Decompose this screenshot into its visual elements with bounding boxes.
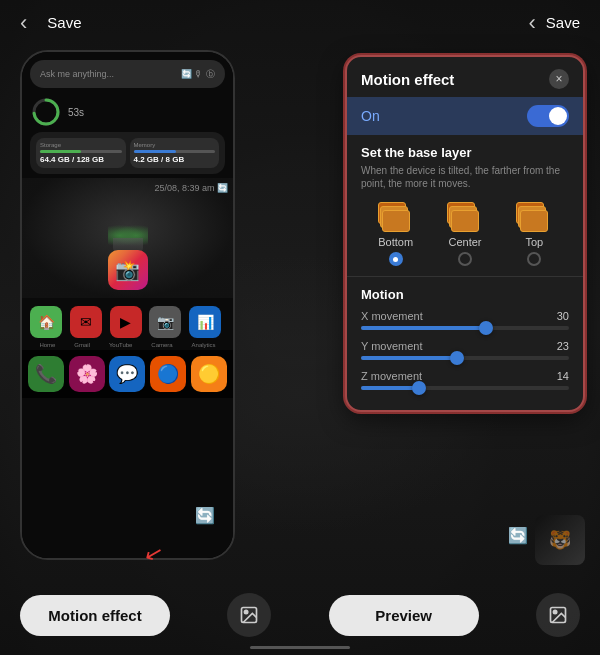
panel-header: Motion effect × — [347, 57, 583, 97]
motion-effect-button[interactable]: Motion effect — [20, 595, 170, 636]
x-slider-thumb[interactable] — [479, 321, 493, 335]
time-widget: 53s — [68, 107, 84, 118]
phone-bottom-bar: 📞 🌸 💬 🔵 🟡 — [22, 350, 233, 398]
app-icon-home: 🏠 — [30, 306, 62, 338]
toggle-row[interactable]: On — [347, 97, 583, 135]
bottom-bar: Motion effect Preview — [0, 575, 600, 655]
save-button-right[interactable]: Save — [546, 14, 580, 31]
motion-title: Motion — [361, 287, 569, 302]
app-label-4: Analytics — [192, 342, 216, 348]
search-text: Ask me anything... — [40, 69, 114, 79]
memory-widget: Memory 4.2 GB / 8 GB — [130, 138, 220, 168]
svg-point-5 — [554, 611, 557, 614]
memory-label: Memory — [134, 142, 216, 148]
circle-progress-svg — [30, 96, 62, 128]
x-axis-label: X movement — [361, 310, 423, 322]
layer-radio-bottom[interactable] — [389, 252, 403, 266]
y-axis-value: 23 — [557, 340, 569, 352]
layer-option-top[interactable]: Top — [516, 200, 552, 266]
layer-radio-top[interactable] — [527, 252, 541, 266]
phone-mockup-left: Ask me anything... 🔄 🎙 ⓑ 53s Storage 64.… — [20, 50, 235, 560]
layer-icon-center — [447, 200, 483, 232]
app-icon-analytics: 📊 — [189, 306, 221, 338]
x-slider-fill — [361, 326, 486, 330]
x-movement-header: X movement 30 — [361, 310, 569, 322]
gallery-icon-right[interactable] — [536, 593, 580, 637]
z-slider-fill — [361, 386, 419, 390]
storage-widget: Storage 64.4 GB / 128 GB — [36, 138, 126, 168]
y-slider-track[interactable] — [361, 356, 569, 360]
close-button[interactable]: × — [549, 69, 569, 89]
phone-screen: Ask me anything... 🔄 🎙 ⓑ 53s Storage 64.… — [22, 52, 233, 558]
app-icon-gmail: ✉ — [70, 306, 102, 338]
layer-options: Bottom Center Top — [361, 200, 569, 266]
app-label-0: Home — [39, 342, 55, 348]
y-movement-row: Y movement 23 — [361, 340, 569, 360]
gallery-icon-svg-right — [548, 605, 568, 625]
gallery-icon-left[interactable] — [227, 593, 271, 637]
header-left: ‹ Save — [20, 10, 82, 36]
toggle-label: On — [361, 108, 380, 124]
refresh-icon-left: 🔄 — [195, 506, 215, 525]
header: ‹ Save ‹ Save — [0, 0, 600, 45]
app-labels-row: Home Gmail YouTube Camera Analytics — [22, 342, 233, 350]
z-movement-header: Z movement 14 — [361, 370, 569, 382]
search-icons: 🔄 🎙 ⓑ — [181, 68, 215, 81]
layer-icon-bottom — [378, 200, 414, 232]
base-layer-title: Set the base layer — [361, 145, 569, 160]
phone-app-grid: 🏠 ✉ ▶ 📷 📊 — [22, 302, 233, 342]
circular-widget: 53s — [30, 96, 225, 128]
layer-label-top: Top — [525, 236, 543, 248]
bottom-app-flower: 🌸 — [69, 356, 105, 392]
z-slider-track[interactable] — [361, 386, 569, 390]
motion-section: Motion X movement 30 Y movement 23 — [347, 277, 583, 410]
app-label-2: YouTube — [109, 342, 133, 348]
memory-value: 4.2 GB / 8 GB — [134, 155, 216, 164]
motion-panel: Motion effect × On Set the base layer Wh… — [345, 55, 585, 412]
app-icon-youtube: ▶ — [110, 306, 142, 338]
back-button-right[interactable]: ‹ — [528, 10, 535, 36]
layer-icon-top — [516, 200, 552, 232]
save-button-left[interactable]: Save — [47, 14, 81, 31]
toggle-switch[interactable] — [527, 105, 569, 127]
bottom-app-phone: 📞 — [28, 356, 64, 392]
storage-memory-widget: Storage 64.4 GB / 128 GB Memory 4.2 GB /… — [30, 132, 225, 174]
gallery-icon-svg-left — [239, 605, 259, 625]
base-layer-section: Set the base layer When the device is ti… — [347, 135, 583, 277]
y-slider-fill — [361, 356, 457, 360]
app-icon-camera: 📷 — [149, 306, 181, 338]
z-slider-thumb[interactable] — [412, 381, 426, 395]
tiger-thumbnail: 🐯 — [535, 515, 585, 565]
z-movement-row: Z movement 14 — [361, 370, 569, 390]
z-axis-label: Z movement — [361, 370, 422, 382]
z-axis-value: 14 — [557, 370, 569, 382]
base-layer-desc: When the device is tilted, the farther f… — [361, 164, 569, 190]
layer-option-bottom[interactable]: Bottom — [378, 200, 414, 266]
layer-label-bottom: Bottom — [378, 236, 413, 248]
instagram-icon: 📸 — [108, 250, 148, 290]
layer-label-center: Center — [448, 236, 481, 248]
bottom-app-wallet: 🟡 — [191, 356, 227, 392]
storage-label: Storage — [40, 142, 122, 148]
app-label-3: Camera — [151, 342, 172, 348]
layer-option-center[interactable]: Center — [447, 200, 483, 266]
bottom-app-chrome: 🔵 — [150, 356, 186, 392]
toggle-knob — [549, 107, 567, 125]
refresh-icon-right: 🔄 — [508, 526, 528, 545]
y-slider-thumb[interactable] — [450, 351, 464, 365]
phone-search-bar: Ask me anything... 🔄 🎙 ⓑ — [30, 60, 225, 88]
home-indicator — [250, 646, 350, 649]
layer-radio-center[interactable] — [458, 252, 472, 266]
back-button[interactable]: ‹ — [20, 10, 27, 36]
panel-title: Motion effect — [361, 71, 454, 88]
app-label-1: Gmail — [74, 342, 90, 348]
x-movement-row: X movement 30 — [361, 310, 569, 330]
x-slider-track[interactable] — [361, 326, 569, 330]
tiger-image-area: 📸 25/08, 8:39 am 🔄 — [22, 178, 233, 298]
preview-button[interactable]: Preview — [329, 595, 479, 636]
header-right: ‹ Save — [528, 10, 580, 36]
y-axis-label: Y movement — [361, 340, 423, 352]
x-axis-value: 30 — [557, 310, 569, 322]
y-movement-header: Y movement 23 — [361, 340, 569, 352]
storage-value: 64.4 GB / 128 GB — [40, 155, 122, 164]
